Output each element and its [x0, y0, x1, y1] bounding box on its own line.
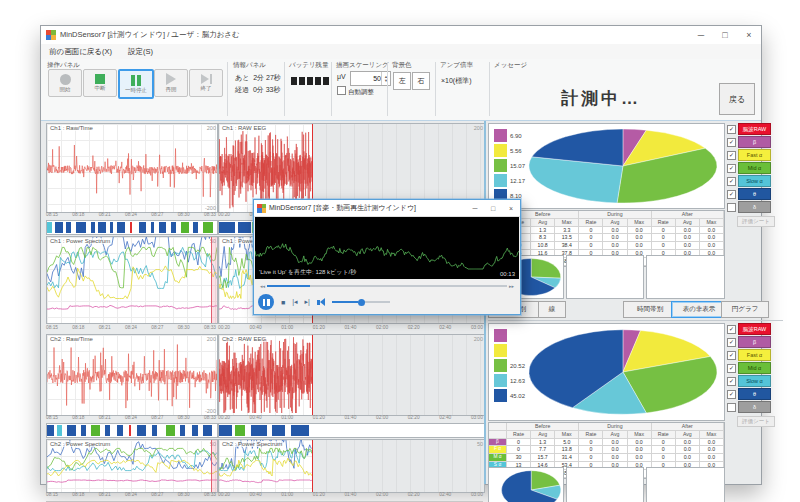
band-toggle-脳波RAW[interactable]: ✓脳波RAW: [727, 123, 771, 135]
band-toggle-θ[interactable]: ✓θ: [727, 188, 771, 200]
band-toggle-δ[interactable]: δ: [727, 401, 771, 413]
time-axis: 00:2000:4001:0001:2001:4002:0002:2002:40…: [218, 492, 483, 497]
seek-bar[interactable]: ◂◂ ▸▸: [258, 282, 516, 290]
band-toggle-δ[interactable]: δ: [727, 201, 771, 213]
axis-tick: 08:15: [46, 415, 58, 420]
band-toggle-Fast α[interactable]: ✓Fast α: [727, 349, 771, 361]
axis-tick: 08:21: [99, 492, 111, 497]
chart-spectrum-ch2-history[interactable]: Ch2 : Power Spectrum 50: [46, 439, 218, 493]
axis-tick: 08:24: [125, 415, 137, 420]
maximize-icon[interactable]: □: [713, 26, 737, 44]
previous-icon[interactable]: |◂: [292, 298, 297, 306]
table-cell: 0: [652, 439, 676, 447]
toolbar: 操作パネル 開始 中断 一時停止 再開 終了 情報パネル あと 2分 27秒 経…: [41, 59, 761, 121]
mute-icon[interactable]: [317, 298, 325, 306]
maximize-icon[interactable]: □: [484, 200, 502, 216]
chart-spectrum-ch2-session[interactable]: Ch2 : Power Spectrum 50: [218, 439, 485, 493]
axis-tick: 00:40: [250, 492, 262, 497]
minimize-icon[interactable]: ─: [466, 200, 484, 216]
band-chip: Fast α: [738, 349, 771, 361]
band-toggle-Mid α[interactable]: ✓Mid α: [727, 362, 771, 374]
band-toggle-Mid α[interactable]: ✓Mid α: [727, 162, 771, 174]
stop-icon[interactable]: ■: [281, 299, 285, 306]
app-icon: [257, 204, 266, 213]
evaluation-sheet-button[interactable]: 評価シート: [737, 216, 775, 227]
time-period-button[interactable]: 時間帯別: [623, 301, 677, 318]
checkbox-icon[interactable]: ✓: [727, 125, 736, 134]
minimize-icon[interactable]: ─: [689, 26, 713, 44]
table-cell: 30: [507, 454, 531, 462]
band-toggle-脳波RAW[interactable]: ✓脳波RAW: [727, 323, 771, 335]
line-button[interactable]: 線: [538, 301, 566, 318]
checkbox-icon[interactable]: ✓: [727, 164, 736, 173]
table-cell: 0: [579, 439, 603, 447]
table-cell: 0.0: [676, 439, 700, 447]
band-toggle-β[interactable]: ✓β: [727, 336, 771, 348]
checkbox-icon[interactable]: [727, 403, 736, 412]
checkbox-icon[interactable]: ✓: [727, 177, 736, 186]
band-toggle-Slow α[interactable]: ✓Slow α: [727, 175, 771, 187]
checkbox-icon[interactable]: ✓: [727, 190, 736, 199]
close-icon[interactable]: ×: [737, 26, 761, 44]
table-cell: 0: [507, 439, 531, 447]
band-chip: Mid α: [738, 162, 771, 174]
table-cell: 0: [579, 454, 603, 462]
interrupt-button[interactable]: 中断: [83, 69, 117, 97]
axis-tick: 08:30: [178, 415, 190, 420]
seek-back-icon[interactable]: ◂◂: [258, 283, 267, 289]
resume-button[interactable]: 再開: [154, 69, 188, 97]
pause-icon[interactable]: [258, 294, 274, 310]
menu-item-settings[interactable]: 設定(S): [120, 47, 161, 57]
checkbox-icon[interactable]: [727, 203, 736, 212]
table-col-header: Avg: [676, 431, 700, 439]
axis-tick: 08:30: [178, 492, 190, 497]
pie-graph-button[interactable]: 円グラフ: [721, 301, 769, 318]
close-icon[interactable]: ×: [502, 200, 520, 216]
table-cell: 0: [652, 227, 676, 235]
spinner-arrows-icon[interactable]: ▲▼: [381, 72, 390, 85]
band-toggle-Fast α[interactable]: ✓Fast α: [727, 149, 771, 161]
band-toggle-β[interactable]: ✓β: [727, 136, 771, 148]
checkbox-icon[interactable]: ✓: [727, 325, 736, 334]
next-icon[interactable]: ▸|: [305, 298, 310, 306]
hide-table-button[interactable]: 表の非表示: [671, 301, 727, 318]
band-chip: Fast α: [738, 149, 771, 161]
table-cell: 0.0: [628, 439, 652, 447]
evaluation-sheet-button[interactable]: 評価シート: [737, 416, 775, 427]
chart-raw-ch1-history[interactable]: Ch1 : Raw/Time 200 -200: [46, 123, 218, 213]
band-chip: δ: [738, 401, 771, 413]
bg-left-button[interactable]: 左: [393, 72, 411, 90]
remaining-time: あと 2分 27秒: [235, 73, 281, 83]
chart-raw-ch2-session[interactable]: Ch2 : RAW EEG 200: [218, 334, 485, 416]
table-cell: 7.7: [531, 446, 555, 454]
checkbox-icon[interactable]: ✓: [727, 390, 736, 399]
mini-box-5: [566, 467, 644, 502]
checkbox-icon[interactable]: ✓: [727, 364, 736, 373]
table-cell: 0.0: [603, 446, 627, 454]
bg-right-button[interactable]: 右: [412, 72, 430, 90]
auto-adjust-checkbox[interactable]: 自動調整: [337, 86, 374, 97]
start-button[interactable]: 開始: [48, 69, 82, 97]
checkbox-icon[interactable]: ✓: [727, 151, 736, 160]
back-button[interactable]: 戻る: [719, 83, 755, 115]
band-chip: β: [738, 336, 771, 348]
table-cell: 0: [652, 454, 676, 462]
checkbox-icon[interactable]: ✓: [727, 138, 736, 147]
seek-fwd-icon[interactable]: ▸▸: [507, 283, 516, 289]
band-toggle-Slow α[interactable]: ✓Slow α: [727, 375, 771, 387]
band-toggle-θ[interactable]: ✓θ: [727, 388, 771, 400]
volume-slider[interactable]: [332, 301, 390, 303]
checkbox-icon[interactable]: ✓: [727, 351, 736, 360]
end-button[interactable]: 終了: [189, 69, 223, 97]
play-icon: [166, 73, 176, 85]
checkbox-icon[interactable]: ✓: [727, 338, 736, 347]
pie-chart-2: [489, 324, 724, 420]
checkbox-icon[interactable]: ✓: [727, 377, 736, 386]
chart-raw-ch2-history[interactable]: Ch2 : Raw/Time 200 -200: [46, 334, 218, 416]
axis-tick: 08:18: [72, 492, 84, 497]
chart-spectrum-ch1-history[interactable]: Ch1 : Power Spectrum 50: [46, 236, 218, 324]
pause-button[interactable]: 一時停止: [118, 69, 154, 99]
uv-spinner[interactable]: 50▲▼: [350, 71, 391, 86]
table-cell: 0.0: [676, 234, 700, 242]
menu-item-back[interactable]: 前の画面に戻る(X): [41, 47, 120, 57]
